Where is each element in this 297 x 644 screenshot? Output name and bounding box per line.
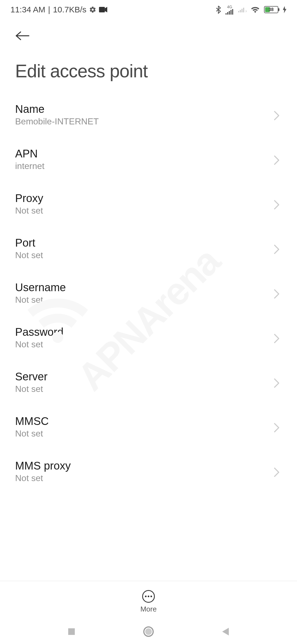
svg-rect-9 [243, 8, 244, 12]
setting-value: Not set [15, 429, 274, 439]
setting-value: Bemobile-INTERNET [15, 116, 274, 127]
signal-no-sim-icon: ✕ [238, 7, 246, 12]
setting-item-name[interactable]: Name Bemobile-INTERNET [0, 92, 297, 137]
video-icon [99, 7, 107, 12]
status-bar: 11:34 AM | 10.7KB/s 4G ✕ 38 [0, 0, 297, 19]
svg-rect-7 [240, 10, 241, 12]
status-right: 4G ✕ 38 [216, 5, 287, 15]
status-divider: | [48, 5, 50, 14]
back-button[interactable] [15, 28, 32, 44]
chevron-right-icon [274, 244, 282, 253]
svg-rect-2 [227, 12, 228, 15]
setting-label: MMSC [15, 415, 274, 427]
setting-content: Name Bemobile-INTERNET [15, 103, 274, 127]
setting-item-apn[interactable]: APN internet [0, 137, 297, 182]
setting-content: Server Not set [15, 370, 274, 394]
setting-value: Not set [15, 206, 274, 216]
setting-content: Proxy Not set [15, 192, 274, 216]
svg-rect-0 [99, 7, 105, 12]
chevron-right-icon [274, 334, 282, 342]
nav-back-button[interactable] [219, 626, 232, 638]
chevron-right-icon [274, 423, 282, 431]
setting-content: MMSC Not set [15, 415, 274, 439]
svg-rect-12 [68, 628, 75, 635]
nav-home-button[interactable] [142, 626, 155, 638]
status-data-speed: 10.7KB/s [53, 5, 87, 14]
setting-label: Username [15, 281, 274, 294]
setting-value: internet [15, 161, 274, 171]
setting-value: Not set [15, 250, 274, 260]
setting-item-mmsc[interactable]: MMSC Not set [0, 405, 297, 449]
page-title: Edit access point [0, 47, 297, 92]
svg-text:✕: ✕ [245, 10, 246, 12]
setting-item-mms-proxy[interactable]: MMS proxy Not set [0, 449, 297, 494]
arrow-left-icon [15, 31, 30, 41]
setting-value: Not set [15, 473, 274, 483]
svg-rect-8 [241, 9, 243, 12]
chevron-right-icon [274, 289, 282, 297]
nav-bar [0, 619, 297, 644]
setting-item-port[interactable]: Port Not set [0, 226, 297, 271]
status-time: 11:34 AM [10, 5, 45, 14]
setting-content: Port Not set [15, 237, 274, 260]
square-icon [67, 627, 76, 636]
setting-content: MMS proxy Not set [15, 460, 274, 483]
svg-point-14 [145, 628, 152, 635]
status-left: 11:34 AM | 10.7KB/s [10, 5, 107, 14]
header [0, 19, 297, 47]
watermark-wifi-icon [25, 293, 91, 344]
setting-item-server[interactable]: Server Not set [0, 360, 297, 405]
bluetooth-icon [216, 6, 221, 14]
signal-4g-icon: 4G [226, 5, 234, 15]
charging-icon [283, 6, 287, 13]
triangle-left-icon [221, 627, 230, 637]
svg-rect-5 [232, 9, 233, 15]
svg-rect-1 [226, 13, 227, 15]
gear-icon [89, 6, 96, 13]
svg-rect-4 [230, 10, 232, 15]
setting-label: MMS proxy [15, 460, 274, 472]
setting-value: Not set [15, 384, 274, 394]
setting-item-proxy[interactable]: Proxy Not set [0, 182, 297, 226]
nav-recent-button[interactable] [65, 626, 78, 638]
setting-label: APN [15, 148, 274, 160]
battery-icon: 38 [264, 6, 278, 13]
circle-icon [143, 626, 154, 637]
setting-label: Port [15, 237, 274, 249]
wifi-icon [251, 6, 260, 13]
settings-list: Name Bemobile-INTERNET APN internet Prox… [0, 92, 297, 494]
chevron-right-icon [274, 378, 282, 386]
setting-label: Proxy [15, 192, 274, 204]
chevron-right-icon [274, 200, 282, 208]
svg-rect-3 [229, 11, 230, 15]
setting-content: APN internet [15, 148, 274, 171]
svg-rect-6 [238, 11, 239, 12]
chevron-right-icon [274, 111, 282, 119]
setting-label: Server [15, 370, 274, 383]
chevron-right-icon [274, 155, 282, 163]
setting-label: Name [15, 103, 274, 115]
chevron-right-icon [274, 467, 282, 476]
